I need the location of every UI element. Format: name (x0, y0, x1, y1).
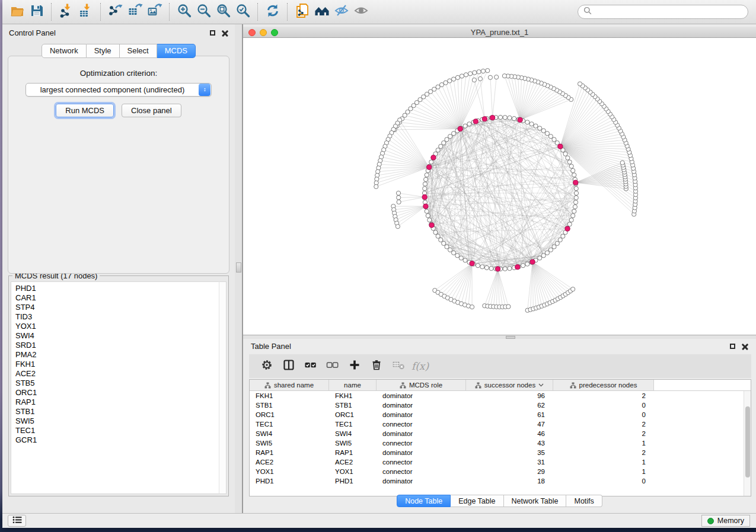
show-all-button[interactable] (351, 3, 371, 21)
deselect-all-button[interactable] (321, 358, 343, 374)
cell-predecessors: 2 (553, 449, 654, 456)
search-box[interactable] (578, 5, 748, 19)
toolbar-separator (100, 3, 101, 21)
mcds-node-item[interactable]: GCR1 (15, 435, 219, 445)
cell-predecessors: 0 (553, 477, 654, 485)
mcds-node-item[interactable]: PMA2 (15, 350, 219, 360)
select-all-button[interactable] (299, 358, 321, 374)
status-menu-button[interactable] (8, 515, 26, 527)
mcds-node-item[interactable]: CAR1 (15, 293, 219, 303)
mcds-node-item[interactable]: ORC1 (15, 388, 219, 398)
zoom-fit-button[interactable] (213, 3, 233, 21)
mcds-list-scrollbar[interactable] (219, 281, 227, 494)
float-panel-button[interactable] (210, 30, 215, 36)
tab-edge-table[interactable]: Edge Table (451, 495, 503, 507)
table-row[interactable]: FKH1FKH1dominator962 (250, 391, 751, 400)
tab-network[interactable]: Network (42, 44, 87, 58)
zoom-selected-button[interactable] (233, 3, 253, 21)
column-header-name[interactable]: name (329, 380, 377, 390)
add-column-button[interactable] (343, 358, 365, 374)
function-builder-button[interactable]: f(x) (409, 358, 431, 374)
table-row[interactable]: PHD1PHD1dominator180 (250, 476, 751, 486)
tab-network-table[interactable]: Network Table (504, 495, 567, 507)
table-delete-icon (392, 359, 405, 373)
mcds-node-item[interactable]: PHD1 (15, 284, 219, 293)
table-row[interactable]: STB1STB1dominator620 (250, 400, 751, 410)
hide-selected-button[interactable] (331, 3, 351, 21)
criterion-dropdown[interactable]: largest connected component (undirected) (25, 83, 212, 97)
eye-slash-icon (334, 3, 349, 21)
table-row[interactable]: YOX1YOX1connector291 (250, 467, 751, 476)
refresh-button[interactable] (263, 3, 282, 21)
search-input[interactable] (595, 8, 742, 16)
close-panel-button-inner[interactable]: Close panel (122, 104, 181, 117)
mcds-node-item[interactable]: STB5 (15, 379, 219, 388)
mcds-node-item[interactable]: RAP1 (15, 398, 219, 407)
table-body: FKH1FKH1dominator962STB1STB1dominator620… (250, 391, 751, 486)
zoom-out-button[interactable] (194, 3, 213, 21)
table-row[interactable]: SWI5SWI5connector431 (250, 438, 751, 448)
mcds-node-item[interactable]: SWI4 (15, 331, 219, 341)
cell-name: STB1 (329, 402, 377, 409)
network-window-titlebar[interactable]: YPA_prune.txt_1 (243, 27, 756, 38)
column-header-mcds-role[interactable]: MCDS role (377, 380, 466, 390)
mcds-node-item[interactable]: TID3 (15, 312, 219, 322)
export-network-button[interactable] (106, 3, 125, 21)
cell-shared-name: SWI5 (250, 440, 329, 447)
import-table-icon (78, 3, 94, 21)
toolbar-separator (169, 3, 170, 21)
import-network-button[interactable] (56, 3, 76, 21)
memory-button[interactable]: Memory (701, 515, 750, 527)
mcds-node-item[interactable]: STP4 (15, 303, 219, 312)
close-panel-button[interactable] (742, 343, 748, 350)
import-network-icon (59, 3, 74, 21)
table-settings-button[interactable] (256, 358, 277, 374)
first-neighbors-button[interactable] (312, 3, 331, 21)
window-minimize-icon[interactable] (260, 29, 267, 36)
mcds-node-item[interactable]: YOX1 (15, 322, 219, 331)
run-mcds-button[interactable]: Run MCDS (56, 104, 114, 117)
table-row[interactable]: ACE2ACE2connector311 (250, 457, 751, 467)
open-file-button[interactable] (7, 3, 27, 21)
mcds-node-item[interactable]: STB1 (15, 407, 219, 416)
table-row[interactable]: SWI4SWI4dominator462 (250, 429, 751, 438)
float-panel-button[interactable] (730, 344, 735, 349)
tab-node-table[interactable]: Node Table (397, 495, 451, 507)
tab-motifs[interactable]: Motifs (566, 495, 602, 507)
tab-style[interactable]: Style (87, 44, 120, 58)
mcds-node-item[interactable]: SRD1 (15, 341, 219, 350)
table-row[interactable]: RAP1RAP1dominator352 (250, 448, 751, 457)
import-table-button[interactable] (76, 3, 95, 21)
cell-mcds-role: connector (377, 440, 466, 447)
show-columns-button[interactable] (277, 358, 299, 374)
scrollbar-thumb[interactable] (745, 406, 750, 477)
splitter-grip[interactable] (236, 262, 241, 273)
mcds-node-item[interactable]: ACE2 (15, 369, 219, 379)
delete-column-button[interactable] (365, 358, 387, 374)
cell-successors: 43 (466, 440, 553, 447)
table-row[interactable]: TEC1TEC1connector472 (250, 419, 751, 429)
tab-mcds[interactable]: MCDS (157, 44, 196, 58)
mcds-node-item[interactable]: FKH1 (15, 360, 219, 369)
export-image-button[interactable] (145, 3, 164, 21)
mcds-node-item[interactable]: TEC1 (15, 426, 219, 435)
zoom-in-button[interactable] (174, 3, 194, 21)
table-scrollbar[interactable] (744, 391, 751, 496)
mcds-node-item[interactable]: SWI5 (15, 416, 219, 426)
window-close-icon[interactable] (248, 29, 256, 36)
refresh-icon (265, 3, 280, 21)
column-header-shared-name[interactable]: shared name (250, 380, 329, 390)
table-row[interactable]: ORC1ORC1dominator610 (250, 410, 751, 419)
window-zoom-icon[interactable] (271, 29, 278, 36)
vertical-splitter[interactable] (235, 24, 243, 513)
column-header-successor-nodes[interactable]: successor nodes (466, 380, 553, 390)
network-canvas[interactable] (243, 38, 756, 335)
tab-select[interactable]: Select (120, 44, 157, 58)
close-panel-button[interactable] (222, 30, 228, 36)
clone-network-button[interactable] (292, 3, 312, 21)
destroy-table-button[interactable] (387, 358, 409, 374)
horizontal-splitter[interactable] (243, 335, 756, 339)
column-header-predecessor-nodes[interactable]: predecessor nodes (553, 380, 654, 390)
export-table-button[interactable] (125, 3, 145, 21)
save-session-button[interactable] (27, 3, 46, 21)
